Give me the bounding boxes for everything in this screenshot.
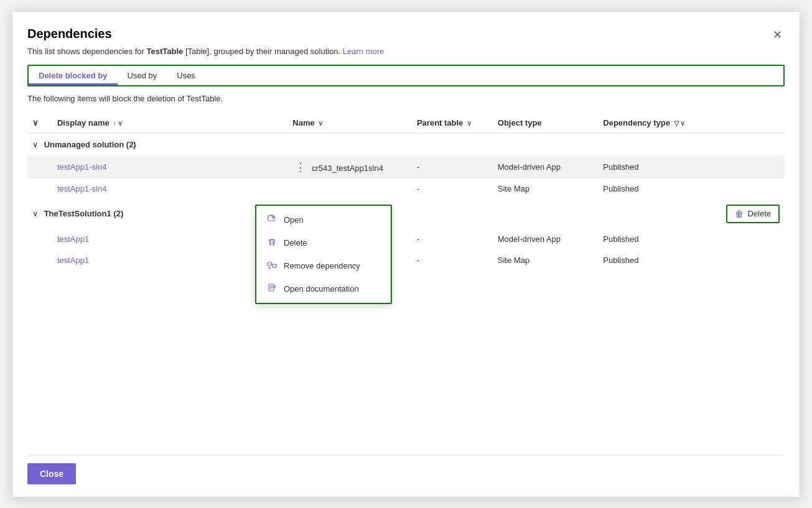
col-header-name: Name ∨ [287, 113, 412, 133]
close-dialog-button[interactable]: ✕ [770, 27, 785, 43]
learn-more-link[interactable]: Learn more [343, 47, 384, 56]
delete-solution-button[interactable]: 🗑 Delete [726, 205, 780, 223]
row-expand-4 [27, 249, 52, 272]
action-cell-3 [710, 229, 785, 249]
name-cell-2 [287, 179, 412, 198]
dep-filter-icon[interactable]: ▽ [674, 119, 679, 127]
context-delete-label: Delete [284, 238, 307, 247]
display-name-cell-1: testApp1-sln4 [52, 155, 287, 179]
dep-type-cell-4: Published [598, 249, 710, 272]
dialog-header: Dependencies ✕ [27, 27, 785, 43]
svg-rect-2 [273, 264, 276, 267]
context-menu-item-remove-dependency[interactable]: Remove dependency [256, 254, 391, 277]
dialog-subtitle: This list shows dependencies for TestTab… [27, 47, 785, 56]
group-chevron-testsolution1[interactable]: ∨ [32, 210, 38, 218]
display-name-cell-2: testApp1-sln4 [52, 179, 287, 198]
action-cell-1 [710, 155, 785, 179]
row-expand-2 [27, 179, 52, 198]
context-open-doc-label: Open documentation [284, 284, 359, 293]
row-context-menu-btn-1[interactable]: ⋮ [292, 160, 309, 174]
table-row: testApp1-sln4 ⋮ cr543_testApp1sln4 - Mod… [27, 155, 785, 179]
object-type-cell-3: Model-driven App [493, 229, 599, 249]
display-name-cell-3: testApp1 [52, 229, 287, 249]
context-menu-item-delete[interactable]: Delete [256, 231, 391, 254]
group-label-testsolution1: TheTestSolution1 (2) [44, 209, 124, 218]
context-menu-item-open-documentation[interactable]: Open documentation [256, 277, 391, 300]
table-row: testApp1 - Model-driven App Published [27, 229, 785, 249]
context-remove-dep-label: Remove dependency [284, 261, 360, 270]
dep-type-cell-2: Published [598, 179, 710, 198]
dep-type-cell-1: Published [598, 155, 710, 179]
sort-asc-icon[interactable]: ↑ [113, 119, 116, 127]
table-row: testApp1 ⋮ testApp1 - Site Map Published [27, 249, 785, 272]
open-icon [266, 214, 278, 226]
parent-cell-4: - [412, 249, 493, 272]
delete-solution-label: Delete [747, 209, 771, 218]
display-name-cell-4: testApp1 [52, 249, 287, 272]
remove-dep-icon [266, 260, 278, 272]
object-type-cell-2: Site Map [493, 179, 599, 198]
name-sort-icon[interactable]: ∨ [318, 119, 323, 127]
table-row: testApp1-sln4 - Site Map Published [27, 179, 785, 198]
block-text: The following items will block the delet… [27, 94, 785, 103]
delete-solution-icon: 🗑 [735, 209, 744, 219]
parent-sort-icon[interactable]: ∨ [467, 119, 472, 127]
col-header-display-name: Display name ↑∨ [52, 113, 287, 133]
display-name-link-3[interactable]: testApp1 [57, 234, 89, 244]
expand-all-icon[interactable]: ∨ [32, 118, 39, 127]
group-row-unmanaged: ∨ Unmanaged solution (2) [27, 133, 785, 155]
group-label-unmanaged: Unmanaged solution (2) [44, 140, 136, 149]
dep-type-cell-3: Published [598, 229, 710, 249]
col-header-parent-table: Parent table ∨ [412, 113, 493, 133]
name-cell-1: ⋮ cr543_testApp1sln4 [287, 155, 412, 179]
sort-desc-icon[interactable]: ∨ [118, 119, 123, 127]
dialog-title: Dependencies [27, 27, 112, 41]
dep-sort-icon[interactable]: ∨ [680, 119, 685, 127]
context-menu-item-open[interactable]: Open [256, 208, 391, 231]
object-type-cell-1: Model-driven App [493, 155, 599, 179]
parent-cell-1: - [412, 155, 493, 179]
group-chevron-unmanaged[interactable]: ∨ [32, 141, 38, 149]
display-name-link-1[interactable]: testApp1-sln4 [57, 162, 107, 172]
dependencies-table: ∨ Display name ↑∨ Name ∨ Parent table ∨ … [27, 113, 785, 272]
row-expand-3 [27, 229, 52, 249]
table-container: ∨ Display name ↑∨ Name ∨ Parent table ∨ … [27, 113, 785, 443]
display-name-link-4[interactable]: testApp1 [57, 256, 89, 265]
open-doc-icon [266, 283, 278, 295]
action-cell-4 [710, 249, 785, 272]
tab-delete-blocked-by[interactable]: Delete blocked by [29, 66, 118, 85]
col-header-expand: ∨ [27, 113, 52, 133]
object-type-cell-4: Site Map [493, 249, 599, 272]
tab-used-by[interactable]: Used by [118, 66, 167, 85]
dependencies-dialog: Dependencies ✕ This list shows dependenc… [12, 12, 800, 497]
display-name-link-2[interactable]: testApp1-sln4 [57, 184, 107, 193]
group-row-testsolution1: ∨ TheTestSolution1 (2) 🗑 Delete [27, 198, 785, 229]
action-cell-2 [710, 179, 785, 198]
col-header-object-type: Object type [493, 113, 599, 133]
col-header-dependency-type: Dependency type ▽∨ [598, 113, 710, 133]
row-expand-1 [27, 155, 52, 179]
context-menu: Open Delete Remove dependency [255, 205, 392, 304]
close-footer-button[interactable]: Close [27, 463, 76, 484]
col-header-action [710, 113, 785, 133]
svg-rect-1 [268, 262, 271, 266]
tabs-container: Delete blocked by Used by Uses [27, 65, 785, 86]
delete-icon [266, 237, 278, 249]
tab-uses[interactable]: Uses [167, 66, 205, 85]
parent-cell-3: - [412, 229, 493, 249]
dialog-footer: Close [27, 455, 785, 484]
context-open-label: Open [284, 215, 304, 224]
parent-cell-2: - [412, 179, 493, 198]
